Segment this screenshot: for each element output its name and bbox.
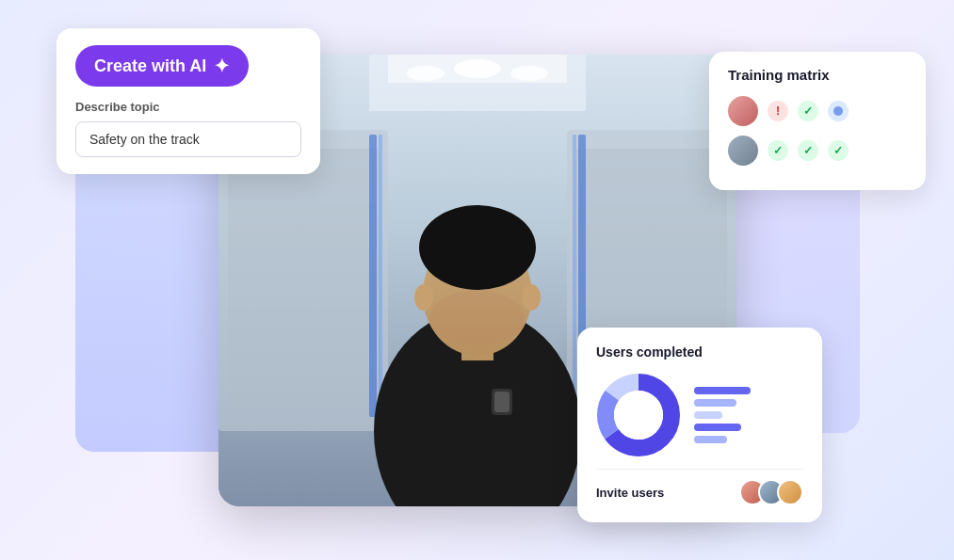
avatar-group — [739, 479, 803, 505]
matrix-row-2: ✓ ✓ ✓ — [728, 136, 907, 166]
bar-fill-4 — [694, 424, 741, 431]
svg-rect-10 — [573, 135, 576, 417]
training-matrix-title: Training matrix — [728, 67, 907, 83]
svg-rect-4 — [228, 149, 379, 412]
button-label: Create with AI — [94, 56, 206, 76]
invite-avatar-3 — [777, 479, 803, 505]
status-green-2c: ✓ — [828, 140, 849, 161]
svg-point-13 — [510, 66, 548, 81]
bar-fill-2 — [694, 399, 736, 407]
status-green-2a: ✓ — [768, 140, 788, 161]
status-green-1: ✓ — [798, 101, 818, 121]
create-ai-card: Create with AI ✦ Describe topic — [57, 28, 320, 174]
invite-users-row: Invite users — [596, 469, 803, 505]
svg-rect-7 — [369, 135, 377, 417]
users-completed-card: Users completed — [577, 328, 822, 522]
svg-point-12 — [454, 59, 501, 78]
topic-input[interactable] — [75, 121, 301, 157]
svg-point-32 — [614, 391, 663, 440]
donut-chart — [596, 373, 681, 457]
svg-point-22 — [430, 290, 525, 346]
describe-topic-label: Describe topic — [75, 100, 301, 114]
bar-item-3 — [694, 411, 751, 419]
bar-item-4 — [694, 424, 751, 431]
chart-area — [596, 373, 803, 457]
scene: Create with AI ✦ Describe topic Training… — [0, 0, 954, 560]
bar-item-1 — [694, 387, 751, 394]
bar-fill-3 — [694, 411, 722, 419]
svg-rect-17 — [393, 384, 562, 426]
svg-point-24 — [419, 205, 536, 290]
sparkle-icon: ✦ — [214, 55, 230, 77]
avatar-user2 — [728, 136, 758, 166]
bar-fill-1 — [694, 387, 751, 394]
status-green-2b: ✓ — [798, 140, 818, 161]
users-completed-title: Users completed — [596, 344, 803, 360]
svg-rect-9 — [379, 135, 382, 417]
bar-item-5 — [694, 436, 751, 443]
status-blue-1 — [828, 101, 849, 121]
create-ai-button[interactable]: Create with AI ✦ — [75, 45, 249, 87]
invite-users-label: Invite users — [596, 486, 664, 500]
svg-point-11 — [407, 66, 445, 81]
svg-point-25 — [414, 284, 433, 311]
avatar-user1 — [728, 96, 758, 126]
status-red-1: ! — [768, 101, 788, 121]
svg-point-26 — [522, 284, 541, 311]
svg-rect-19 — [494, 392, 509, 412]
bar-fill-5 — [694, 436, 727, 443]
matrix-row-1: ! ✓ — [728, 96, 907, 126]
bar-item-2 — [694, 399, 751, 407]
svg-point-27 — [833, 106, 843, 116]
training-matrix-card: Training matrix ! ✓ ✓ ✓ ✓ — [709, 52, 926, 190]
bar-legend — [694, 387, 751, 443]
